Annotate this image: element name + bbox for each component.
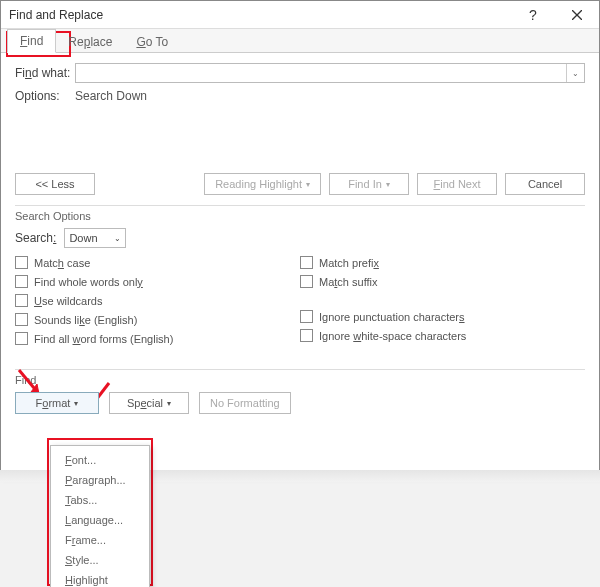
- tab-strip: Find Replace Go To: [1, 29, 599, 53]
- check-match-suffix[interactable]: Match suffix: [300, 275, 585, 288]
- check-wildcards-label: Use wildcards: [34, 295, 102, 307]
- find-what-input[interactable]: ⌄: [75, 63, 585, 83]
- tab-find-label: Find: [20, 34, 43, 48]
- reading-highlight-button[interactable]: Reading Highlight ▾: [204, 173, 321, 195]
- check-sounds-like[interactable]: Sounds like (English): [15, 313, 300, 326]
- find-format-buttons: Format ▾ Special ▾ No Formatting: [15, 392, 585, 414]
- check-match-prefix-label: Match prefix: [319, 257, 379, 269]
- check-whole-words-label: Find whole words only: [34, 276, 143, 288]
- check-ignore-ws[interactable]: Ignore white-space characters: [300, 329, 585, 342]
- no-formatting-button[interactable]: No Formatting: [199, 392, 291, 414]
- check-ignore-ws-label: Ignore white-space characters: [319, 330, 466, 342]
- tab-replace[interactable]: Replace: [56, 31, 124, 53]
- check-match-prefix[interactable]: Match prefix: [300, 256, 585, 269]
- special-button[interactable]: Special ▾: [109, 392, 189, 414]
- tab-goto[interactable]: Go To: [124, 31, 180, 53]
- search-direction-row: Search: Down ⌄: [15, 228, 585, 248]
- check-word-forms-label: Find all word forms (English): [34, 333, 173, 345]
- tab-find[interactable]: Find: [7, 29, 56, 53]
- format-menu: Font... Paragraph... Tabs... Language...…: [50, 445, 150, 587]
- menu-item-tabs[interactable]: Tabs...: [51, 490, 149, 510]
- close-icon: [572, 10, 582, 20]
- less-button[interactable]: << Less: [15, 173, 95, 195]
- find-section-title: Find: [15, 369, 585, 386]
- options-value: Search Down: [75, 89, 147, 103]
- tab-goto-label: Go To: [136, 35, 168, 49]
- find-format-area: Find Format ▾ Special ▾ No Formatting: [15, 369, 585, 414]
- dialog-body: Find what: ⌄ Options: Search Down << Les…: [1, 53, 599, 418]
- menu-item-frame[interactable]: Frame...: [51, 530, 149, 550]
- check-whole-words[interactable]: Find whole words only: [15, 275, 300, 288]
- menu-item-font[interactable]: Font...: [51, 450, 149, 470]
- caret-down-icon: ▾: [306, 180, 310, 189]
- search-label: Search:: [15, 231, 56, 245]
- check-ignore-punct-label: Ignore punctuation characters: [319, 311, 465, 323]
- caret-down-icon: ⌄: [114, 234, 121, 243]
- help-button[interactable]: ?: [511, 1, 555, 29]
- find-what-dropdown-icon[interactable]: ⌄: [566, 64, 584, 82]
- no-formatting-label: No Formatting: [210, 397, 280, 409]
- search-direction-select[interactable]: Down ⌄: [64, 228, 126, 248]
- tab-replace-label: Replace: [68, 35, 112, 49]
- check-sounds-like-label: Sounds like (English): [34, 314, 137, 326]
- special-label: Special: [127, 397, 163, 409]
- menu-item-language[interactable]: Language...: [51, 510, 149, 530]
- check-wildcards[interactable]: Use wildcards: [15, 294, 300, 307]
- action-button-row: << Less Reading Highlight ▾ Find In ▾ Fi…: [15, 173, 585, 195]
- check-col-right: Match prefix Match suffix Ignore punctua…: [300, 256, 585, 345]
- reading-highlight-label: Reading Highlight: [215, 178, 302, 190]
- caret-down-icon: ▾: [386, 180, 390, 189]
- options-label: Options:: [15, 89, 75, 103]
- caret-down-icon: ▾: [74, 399, 78, 408]
- check-ignore-punct[interactable]: Ignore punctuation characters: [300, 310, 585, 323]
- close-button[interactable]: [555, 1, 599, 29]
- find-next-label: Find Next: [433, 178, 480, 190]
- search-direction-value: Down: [69, 232, 97, 244]
- check-col-left: Match case Find whole words only Use wil…: [15, 256, 300, 345]
- find-in-button[interactable]: Find In ▾: [329, 173, 409, 195]
- check-word-forms[interactable]: Find all word forms (English): [15, 332, 300, 345]
- find-what-label: Find what:: [15, 66, 75, 80]
- format-button[interactable]: Format ▾: [15, 392, 99, 414]
- caret-down-icon: ▾: [167, 399, 171, 408]
- find-replace-dialog: Find and Replace ? Find Replace Go To Fi…: [0, 0, 600, 475]
- find-what-row: Find what: ⌄: [15, 63, 585, 83]
- cancel-button[interactable]: Cancel: [505, 173, 585, 195]
- find-next-button[interactable]: Find Next: [417, 173, 497, 195]
- menu-item-highlight[interactable]: Highlight: [51, 570, 149, 587]
- search-options-checks: Match case Find whole words only Use wil…: [15, 256, 585, 345]
- check-match-case[interactable]: Match case: [15, 256, 300, 269]
- dialog-title: Find and Replace: [9, 8, 511, 22]
- menu-item-paragraph[interactable]: Paragraph...: [51, 470, 149, 490]
- options-row: Options: Search Down: [15, 89, 585, 103]
- check-match-case-label: Match case: [34, 257, 90, 269]
- find-in-label: Find In: [348, 178, 382, 190]
- format-label: Format: [36, 397, 71, 409]
- check-match-suffix-label: Match suffix: [319, 276, 378, 288]
- titlebar: Find and Replace ?: [1, 1, 599, 29]
- menu-item-style[interactable]: Style...: [51, 550, 149, 570]
- search-options-title: Search Options: [15, 205, 585, 222]
